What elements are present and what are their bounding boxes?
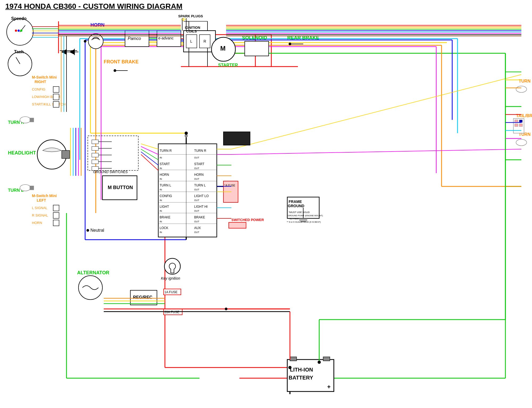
svg-text:Pamco: Pamco [128,36,141,41]
svg-text:OUT: OUT [194,188,200,191]
svg-text:1A FUSE: 1A FUSE [164,290,177,294]
svg-text:BRAKE: BRAKE [160,215,171,219]
svg-text:HEADLIGHT: HEADLIGHT [8,150,36,156]
svg-rect-146 [53,101,59,107]
svg-point-274 [318,361,321,364]
svg-rect-125 [30,118,34,122]
svg-text:AUX: AUX [194,226,201,230]
svg-text:START/KILL SWITCH: START/KILL SWITCH [32,102,65,106]
svg-text:Tach: Tach [14,50,24,54]
svg-text:IN: IN [160,220,162,223]
svg-text:Key ignition: Key ignition [161,276,180,280]
svg-text:HORN: HORN [160,173,169,177]
svg-point-118 [289,43,291,45]
svg-text:COILS: COILS [186,29,197,33]
svg-point-179 [169,263,176,270]
svg-text:START: START [160,162,170,166]
svg-text:IN: IN [160,231,162,234]
svg-text:** 8 or 6 GUAGE WIRE (6 IS BES: ** 8 or 6 GUAGE WIRE (6 IS BEST) [287,221,321,223]
svg-rect-188 [229,222,246,228]
svg-rect-159 [92,140,98,144]
svg-text:TAIL/BRAKE: TAIL/BRAKE [516,113,532,118]
svg-text:SPARK PLUGS: SPARK PLUGS [178,14,203,18]
svg-rect-153 [53,213,59,218]
svg-line-251 [231,75,521,149]
svg-point-127 [20,185,31,191]
svg-point-84 [15,30,17,32]
svg-text:M-Switch Mini: M-Switch Mini [32,75,57,79]
svg-text:BRAKE: BRAKE [194,215,205,219]
svg-rect-137 [515,124,518,127]
svg-rect-160 [92,146,98,150]
svg-rect-205 [323,357,330,361]
svg-point-132 [516,139,527,146]
svg-rect-152 [53,205,59,211]
svg-text:TURN L: TURN L [160,183,171,187]
svg-point-273 [288,366,292,369]
svg-rect-154 [53,220,59,226]
svg-text:LITH-ION: LITH-ION [290,367,313,373]
svg-rect-253 [223,132,250,145]
svg-rect-115 [245,41,269,56]
svg-text:Speedo: Speedo [11,16,27,21]
svg-text:TURN R: TURN R [519,79,532,83]
svg-rect-145 [53,94,59,100]
svg-text:GROUND POINT (ENGINE MOUNT): GROUND POINT (ENGINE MOUNT) [288,214,323,217]
svg-text:OUT: OUT [194,178,200,180]
svg-text:OUT: OUT [194,210,200,212]
svg-text:L SIGNAL: L SIGNAL [32,206,47,210]
svg-text:LIGHT LO: LIGHT LO [194,194,209,198]
svg-text:L: L [190,39,192,43]
svg-rect-40 [158,144,217,237]
svg-text:M-Switch Mini: M-Switch Mini [32,194,57,198]
svg-text:TURN L: TURN L [194,183,206,187]
svg-text:FRAME: FRAME [289,199,302,204]
svg-point-86 [20,30,22,32]
svg-text:STARTER: STARTER [218,63,238,67]
svg-text:**NO PAINT: **NO PAINT [288,218,300,220]
svg-rect-136 [519,120,522,123]
svg-text:IGNITION: IGNITION [185,26,200,30]
svg-text:HORN: HORN [32,221,42,225]
svg-rect-163 [92,166,98,170]
diagram-container: 1974 HONDA CB360 - CUSTOM WIRING DIAGRAM [0,0,532,408]
svg-rect-144 [53,87,59,92]
svg-text:20A FUSE: 20A FUSE [164,310,179,314]
svg-text:TURN R: TURN R [160,149,172,153]
svg-point-130 [516,86,527,92]
svg-line-242 [141,154,158,170]
svg-text:LOCK: LOCK [160,226,168,230]
svg-rect-128 [30,186,34,190]
svg-text:TURN R: TURN R [194,149,206,153]
svg-text:OUT: OUT [194,156,200,159]
svg-text:LIGHT: LIGHT [160,205,169,209]
svg-text:OUT: OUT [194,199,200,202]
svg-text:LEFT: LEFT [37,198,46,202]
svg-text:IN: IN [160,178,162,180]
svg-text:IN: IN [160,199,162,202]
svg-text:IN: IN [160,210,162,212]
svg-point-173 [86,229,89,232]
svg-line-238 [141,144,158,149]
svg-text:CONFIG: CONFIG [160,194,172,198]
svg-text:M BUTTON: M BUTTON [108,185,133,190]
svg-point-85 [18,30,20,32]
svg-text:RIGHT: RIGHT [35,80,46,84]
svg-text:e-advanc: e-advanc [158,36,174,40]
svg-text:ALTERNATOR: ALTERNATOR [77,270,109,275]
svg-rect-122 [62,150,70,158]
svg-text:OUT: OUT [194,231,200,234]
svg-marker-209 [69,49,74,55]
svg-text:REG/REC: REG/REC [133,295,152,300]
svg-text:IN: IN [160,188,162,191]
svg-point-124 [20,117,31,123]
svg-text:FRONT BRAKE: FRONT BRAKE [104,59,139,64]
svg-rect-135 [515,120,518,123]
svg-text:IN: IN [160,167,162,170]
svg-text:OUT: OUT [194,220,200,223]
svg-text:*MUST USE SOLID: *MUST USE SOLID [289,211,310,214]
svg-rect-138 [519,124,522,127]
svg-text:+: + [327,383,331,390]
svg-text:R SIGNAL: R SIGNAL [32,213,48,217]
svg-point-272 [185,132,188,135]
